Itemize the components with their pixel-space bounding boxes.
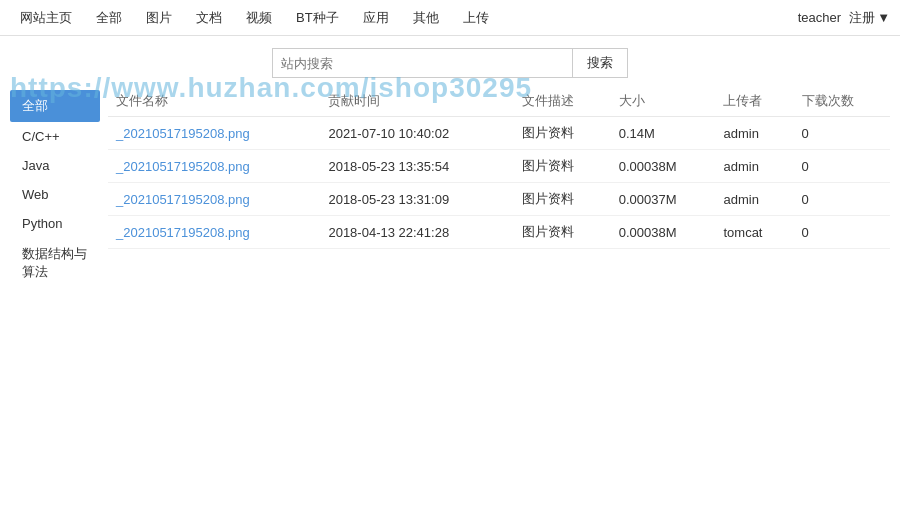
nav-right: teacher 注册 ▼: [798, 9, 890, 27]
main-layout: 全部 C/C++ Java Web Python 数据结构与算法 文件名称 贡献…: [0, 86, 900, 288]
cell-filename: _20210517195208.png: [108, 117, 320, 150]
cell-uploader: admin: [715, 183, 793, 216]
table-row: _20210517195208.png 2018-05-23 13:35:54 …: [108, 150, 890, 183]
cell-desc: 图片资料: [514, 216, 610, 249]
search-button[interactable]: 搜索: [572, 48, 628, 78]
cell-time: 2018-05-23 13:35:54: [320, 150, 514, 183]
cell-size: 0.00037M: [611, 183, 716, 216]
nav-item-app[interactable]: 应用: [353, 3, 399, 33]
cell-uploader: tomcat: [715, 216, 793, 249]
file-link[interactable]: _20210517195208.png: [116, 159, 250, 174]
cell-downloads: 0: [794, 183, 891, 216]
col-downloads: 下载次数: [794, 86, 891, 117]
search-input[interactable]: [272, 48, 572, 78]
cell-downloads: 0: [794, 216, 891, 249]
cell-desc: 图片资料: [514, 117, 610, 150]
cell-filename: _20210517195208.png: [108, 183, 320, 216]
nav-left: 网站主页 全部 图片 文档 视频 BT种子 应用 其他 上传: [10, 3, 499, 33]
top-nav: 网站主页 全部 图片 文档 视频 BT种子 应用 其他 上传 teacher 注…: [0, 0, 900, 36]
nav-item-all[interactable]: 全部: [86, 3, 132, 33]
table-row: _20210517195208.png 2018-04-13 22:41:28 …: [108, 216, 890, 249]
cell-desc: 图片资料: [514, 183, 610, 216]
cell-time: 2018-04-13 22:41:28: [320, 216, 514, 249]
cell-uploader: admin: [715, 150, 793, 183]
search-area: 搜索: [0, 36, 900, 86]
sidebar-item-all[interactable]: 全部: [10, 90, 100, 122]
cell-time: 2021-07-10 10:40:02: [320, 117, 514, 150]
sidebar-item-web[interactable]: Web: [10, 180, 100, 209]
sidebar-item-dsa[interactable]: 数据结构与算法: [10, 238, 100, 288]
col-desc: 文件描述: [514, 86, 610, 117]
col-size: 大小: [611, 86, 716, 117]
file-link[interactable]: _20210517195208.png: [116, 126, 250, 141]
nav-item-other[interactable]: 其他: [403, 3, 449, 33]
nav-item-bt[interactable]: BT种子: [286, 3, 349, 33]
table-row: _20210517195208.png 2021-07-10 10:40:02 …: [108, 117, 890, 150]
cell-downloads: 0: [794, 150, 891, 183]
nav-item-upload[interactable]: 上传: [453, 3, 499, 33]
nav-user: teacher: [798, 10, 841, 25]
sidebar-item-cpp[interactable]: C/C++: [10, 122, 100, 151]
sidebar: 全部 C/C++ Java Web Python 数据结构与算法: [10, 90, 100, 288]
table-area: 文件名称 贡献时间 文件描述 大小 上传者 下载次数 _202105171952…: [108, 86, 890, 288]
nav-register[interactable]: 注册 ▼: [849, 9, 890, 27]
cell-desc: 图片资料: [514, 150, 610, 183]
nav-item-video[interactable]: 视频: [236, 3, 282, 33]
nav-item-images[interactable]: 图片: [136, 3, 182, 33]
table-row: _20210517195208.png 2018-05-23 13:31:09 …: [108, 183, 890, 216]
cell-uploader: admin: [715, 117, 793, 150]
cell-size: 0.14M: [611, 117, 716, 150]
col-filename: 文件名称: [108, 86, 320, 117]
nav-item-docs[interactable]: 文档: [186, 3, 232, 33]
cell-size: 0.00038M: [611, 150, 716, 183]
cell-filename: _20210517195208.png: [108, 150, 320, 183]
file-link[interactable]: _20210517195208.png: [116, 225, 250, 240]
cell-filename: _20210517195208.png: [108, 216, 320, 249]
table-body: _20210517195208.png 2021-07-10 10:40:02 …: [108, 117, 890, 249]
col-time: 贡献时间: [320, 86, 514, 117]
sidebar-item-java[interactable]: Java: [10, 151, 100, 180]
table-header: 文件名称 贡献时间 文件描述 大小 上传者 下载次数: [108, 86, 890, 117]
cell-time: 2018-05-23 13:31:09: [320, 183, 514, 216]
cell-size: 0.00038M: [611, 216, 716, 249]
col-uploader: 上传者: [715, 86, 793, 117]
sidebar-item-python[interactable]: Python: [10, 209, 100, 238]
nav-item-home[interactable]: 网站主页: [10, 3, 82, 33]
cell-downloads: 0: [794, 117, 891, 150]
file-link[interactable]: _20210517195208.png: [116, 192, 250, 207]
file-table: 文件名称 贡献时间 文件描述 大小 上传者 下载次数 _202105171952…: [108, 86, 890, 249]
